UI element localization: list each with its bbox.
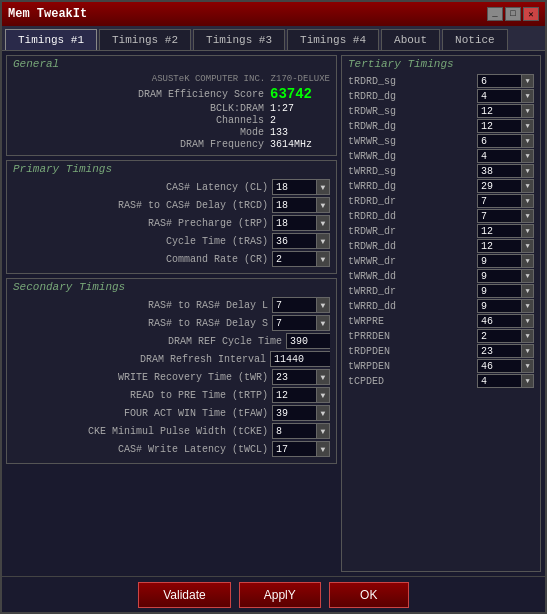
timing-arrow-tras[interactable]: ▼ [316,233,330,249]
sec-arrow-7[interactable]: ▼ [316,423,330,439]
window-title: Mem TweakIt [8,7,87,21]
tab-timings2[interactable]: Timings #2 [99,29,191,50]
sec-value-4[interactable]: 23 [272,369,316,385]
tert-value-7[interactable]: 29 [477,179,521,193]
tert-value-9[interactable]: 7 [477,209,521,223]
ok-button[interactable]: OK [329,582,409,608]
tert-value-20[interactable]: 4 [477,374,521,388]
sec-dropdown-7: 8 ▼ [272,423,330,439]
sec-arrow-4[interactable]: ▼ [316,369,330,385]
validate-button[interactable]: Validate [138,582,230,608]
sec-arrow-1[interactable]: ▼ [316,315,330,331]
title-bar: Mem TweakIt _ □ ✕ [2,2,545,26]
tab-timings4[interactable]: Timings #4 [287,29,379,50]
sec-value-3[interactable]: 11440 [270,351,330,367]
sec-value-7[interactable]: 8 [272,423,316,439]
tert-value-11[interactable]: 12 [477,239,521,253]
tertiary-timings-section: Tertiary Timings tRDRD_sg 6 ▼ tRDRD_dg 4… [341,55,541,572]
sec-arrow-0[interactable]: ▼ [316,297,330,313]
timing-arrow-trp[interactable]: ▼ [316,215,330,231]
tert-arrow-1[interactable]: ▼ [521,89,534,103]
sec-value-6[interactable]: 39 [272,405,316,421]
tert-value-4[interactable]: 6 [477,134,521,148]
tert-arrow-17[interactable]: ▼ [521,329,534,343]
tert-value-12[interactable]: 9 [477,254,521,268]
tert-row-17: tPRRDEN 2 ▼ [348,329,534,343]
tert-arrow-7[interactable]: ▼ [521,179,534,193]
tert-arrow-16[interactable]: ▼ [521,314,534,328]
primary-timings-section: Primary Timings CAS# Latency (CL) 18 ▼ R… [6,160,337,274]
timing-value-trcd[interactable]: 18 [272,197,316,213]
tert-arrow-11[interactable]: ▼ [521,239,534,253]
close-button[interactable]: ✕ [523,7,539,21]
sec-row-5: READ to PRE Time (tRTP) 12 ▼ [13,387,330,403]
tert-value-0[interactable]: 6 [477,74,521,88]
sec-value-2[interactable]: 390 [286,333,330,349]
tert-arrow-14[interactable]: ▼ [521,284,534,298]
tert-row-15: tWRRD_dd 9 ▼ [348,299,534,313]
tab-timings3[interactable]: Timings #3 [193,29,285,50]
tabs-bar: Timings #1 Timings #2 Timings #3 Timings… [2,26,545,51]
sec-arrow-8[interactable]: ▼ [316,441,330,457]
tert-value-8[interactable]: 7 [477,194,521,208]
tert-value-6[interactable]: 38 [477,164,521,178]
apply-button[interactable]: ApplY [239,582,321,608]
timing-label-trcd: RAS# to CAS# Delay (tRCD) [13,200,268,211]
sec-value-5[interactable]: 12 [272,387,316,403]
sec-dropdown-3: 11440 [270,351,330,367]
sec-value-1[interactable]: 7 [272,315,316,331]
tertiary-timings-content: tRDRD_sg 6 ▼ tRDRD_dg 4 ▼ tRDWR_sg 12 ▼ [342,72,540,393]
tert-label-14: tWRRD_dr [348,286,477,297]
maximize-button[interactable]: □ [505,7,521,21]
tert-arrow-3[interactable]: ▼ [521,119,534,133]
tert-value-2[interactable]: 12 [477,104,521,118]
timing-arrow-trcd[interactable]: ▼ [316,197,330,213]
timing-value-cl[interactable]: 18 [272,179,316,195]
tert-label-19: tWRPDEN [348,361,477,372]
tert-value-15[interactable]: 9 [477,299,521,313]
tert-value-3[interactable]: 12 [477,119,521,133]
tert-arrow-20[interactable]: ▼ [521,374,534,388]
tab-notice[interactable]: Notice [442,29,508,50]
tert-label-1: tRDRD_dg [348,91,477,102]
tert-value-13[interactable]: 9 [477,269,521,283]
tert-value-16[interactable]: 46 [477,314,521,328]
tert-value-14[interactable]: 9 [477,284,521,298]
tert-arrow-9[interactable]: ▼ [521,209,534,223]
tert-value-18[interactable]: 23 [477,344,521,358]
timing-value-tras[interactable]: 36 [272,233,316,249]
timing-arrow-cl[interactable]: ▼ [316,179,330,195]
tab-about[interactable]: About [381,29,440,50]
tert-arrow-8[interactable]: ▼ [521,194,534,208]
tert-value-17[interactable]: 2 [477,329,521,343]
sec-arrow-5[interactable]: ▼ [316,387,330,403]
tert-arrow-15[interactable]: ▼ [521,299,534,313]
tert-arrow-13[interactable]: ▼ [521,269,534,283]
timing-value-trp[interactable]: 18 [272,215,316,231]
tert-arrow-0[interactable]: ▼ [521,74,534,88]
channels-row: Channels 2 [13,115,330,126]
tert-arrow-18[interactable]: ▼ [521,344,534,358]
tert-value-5[interactable]: 4 [477,149,521,163]
tert-arrow-2[interactable]: ▼ [521,104,534,118]
tert-value-10[interactable]: 12 [477,224,521,238]
timing-arrow-cr[interactable]: ▼ [316,251,330,267]
tert-arrow-4[interactable]: ▼ [521,134,534,148]
tert-arrow-5[interactable]: ▼ [521,149,534,163]
tert-row-2: tRDWR_sg 12 ▼ [348,104,534,118]
timing-value-cr[interactable]: 2 [272,251,316,267]
sec-value-0[interactable]: 7 [272,297,316,313]
sec-label-5: READ to PRE Time (tRTP) [13,390,268,401]
sec-arrow-6[interactable]: ▼ [316,405,330,421]
tert-value-19[interactable]: 46 [477,359,521,373]
minimize-button[interactable]: _ [487,7,503,21]
tert-value-1[interactable]: 4 [477,89,521,103]
tab-timings1[interactable]: Timings #1 [5,29,97,50]
sec-value-8[interactable]: 17 [272,441,316,457]
tert-arrow-12[interactable]: ▼ [521,254,534,268]
tert-arrow-10[interactable]: ▼ [521,224,534,238]
tert-arrow-19[interactable]: ▼ [521,359,534,373]
tert-arrow-6[interactable]: ▼ [521,164,534,178]
sec-dropdown-4: 23 ▼ [272,369,330,385]
mode-value: 133 [270,127,330,138]
